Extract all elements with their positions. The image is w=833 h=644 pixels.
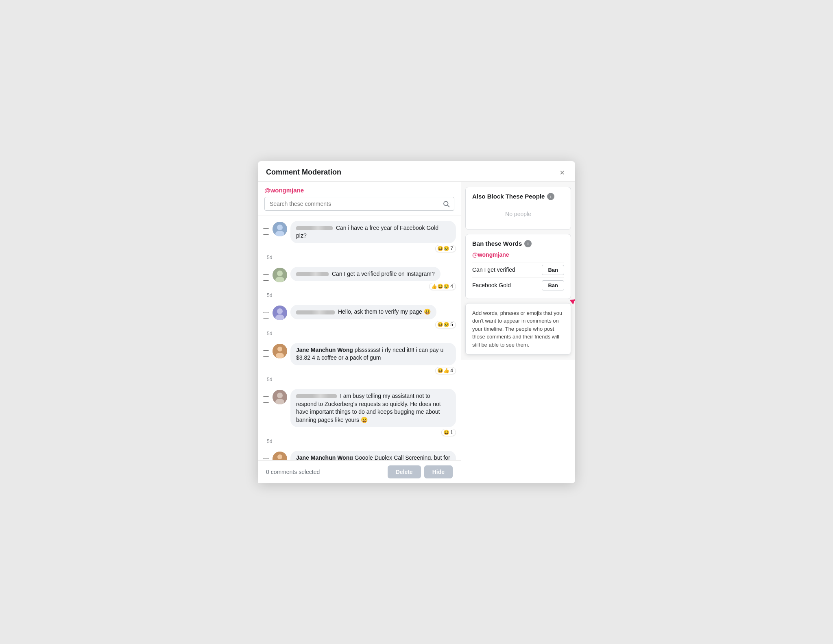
- comment-time-5: 5d: [261, 439, 458, 444]
- comment-author-4: Jane Manchun Wong: [296, 347, 353, 353]
- svg-point-13: [276, 353, 284, 358]
- comment-checkbox-1[interactable]: [263, 228, 269, 235]
- ban-button-2[interactable]: Ban: [542, 280, 564, 290]
- ban-row-2: Facebook Gold Ban: [472, 277, 564, 293]
- comment-content-4: Jane Manchun Wong plsssssss! i rly need …: [290, 343, 456, 374]
- svg-point-0: [444, 201, 448, 206]
- comment-item-5: I am busy telling my assistant not to re…: [261, 384, 458, 438]
- left-panel: @wongmjane: [258, 182, 461, 483]
- modal-title: Comment Moderation: [266, 168, 341, 177]
- close-button[interactable]: ×: [557, 168, 567, 177]
- block-people-header: Also Block These People i: [472, 193, 564, 200]
- ban-section-username: @wongmjane: [472, 251, 564, 258]
- search-bar: [264, 197, 454, 211]
- avatar-5: [273, 390, 287, 404]
- hide-button[interactable]: Hide: [424, 465, 453, 478]
- right-panel-wrapper: Also Block These People i No people Ban …: [461, 182, 575, 483]
- svg-point-18: [277, 454, 282, 459]
- block-people-info-icon[interactable]: i: [547, 193, 554, 200]
- avatar-6: [273, 452, 287, 460]
- no-people-text: No people: [472, 204, 564, 224]
- blurred-name-1: [296, 226, 333, 230]
- search-icon: [443, 200, 450, 207]
- reaction-badge-3: 😆😢 5: [435, 321, 456, 328]
- selected-count: 0 comments selected: [266, 469, 320, 475]
- left-top: @wongmjane: [258, 182, 461, 216]
- comment-bubble-6: Jane Manchun Wong Google Duplex Call Scr…: [290, 451, 456, 460]
- comment-time-4: 5d: [261, 377, 458, 382]
- comment-checkbox-3[interactable]: [263, 312, 269, 319]
- comment-bubble-2: Can I get a verified profile on Instagra…: [290, 267, 440, 282]
- search-input[interactable]: [265, 197, 438, 210]
- blurred-name-3: [296, 310, 335, 314]
- comment-content-5: I am busy telling my assistant not to re…: [290, 389, 456, 436]
- tooltip-card: Add words, phrases or emojis that you do…: [465, 303, 571, 355]
- delete-button[interactable]: Delete: [388, 465, 421, 478]
- reactions-1: 😆😢 7: [290, 245, 456, 252]
- ban-button-1[interactable]: Ban: [542, 265, 564, 275]
- reaction-badge-1: 😆😢 7: [435, 245, 456, 252]
- footer-actions: Delete Hide: [388, 465, 453, 478]
- svg-point-3: [277, 225, 283, 230]
- avatar-2: [273, 268, 287, 282]
- comment-item: Can i have a free year of Facebook Gold …: [261, 216, 458, 254]
- reactions-4: 😆👍 4: [290, 367, 456, 374]
- modal-body: @wongmjane: [258, 182, 575, 483]
- comment-content-2: Can I get a verified profile on Instagra…: [290, 267, 456, 290]
- tooltip-text: Add words, phrases or emojis that you do…: [472, 310, 562, 348]
- blurred-name-2: [296, 272, 329, 276]
- comment-item-4: Jane Manchun Wong plsssssss! i rly need …: [261, 338, 458, 376]
- right-panel: Also Block These People i No people Ban …: [461, 182, 575, 360]
- block-people-card: Also Block These People i No people: [465, 187, 571, 230]
- comment-author-6: Jane Manchun Wong: [296, 454, 353, 460]
- modal-header: Comment Moderation ×: [258, 161, 575, 182]
- comment-bubble-4: Jane Manchun Wong plsssssss! i rly need …: [290, 343, 456, 365]
- ban-words-info-icon[interactable]: i: [524, 240, 532, 247]
- comment-item-3: Hello, ask them to verify my page 😀 😆😢 5: [261, 300, 458, 330]
- comment-time-3: 5d: [261, 331, 458, 336]
- reactions-3: 😆😢 5: [290, 321, 456, 328]
- comment-bubble-1: Can i have a free year of Facebook Gold …: [290, 221, 456, 243]
- block-people-title: Also Block These People: [472, 193, 545, 200]
- svg-line-1: [448, 205, 449, 207]
- blurred-name-5: [296, 394, 337, 398]
- comment-time-1: 5d: [261, 255, 458, 260]
- comments-list: Can i have a free year of Facebook Gold …: [258, 216, 461, 460]
- modal: Comment Moderation × @wongmjane: [258, 161, 575, 483]
- comment-item-6: Jane Manchun Wong Google Duplex Call Scr…: [261, 446, 458, 460]
- comment-bubble-5: I am busy telling my assistant not to re…: [290, 389, 456, 427]
- svg-point-15: [277, 393, 283, 398]
- comment-content-1: Can i have a free year of Facebook Gold …: [290, 221, 456, 252]
- svg-point-6: [277, 271, 283, 276]
- ban-phrase-1: Can I get verified: [472, 266, 515, 273]
- search-button[interactable]: [438, 198, 454, 210]
- avatar-4: [273, 344, 287, 358]
- ban-words-header: Ban these Words i: [472, 240, 564, 247]
- reactions-5: 😆 1: [290, 429, 456, 436]
- reactions-2: 👍😆😢 4: [290, 283, 456, 290]
- ban-row-1: Can I get verified Ban: [472, 262, 564, 277]
- svg-point-12: [277, 347, 282, 351]
- comment-content-3: Hello, ask them to verify my page 😀 😆😢 5: [290, 305, 456, 328]
- username-link[interactable]: @wongmjane: [264, 187, 454, 194]
- comment-time-2: 5d: [261, 293, 458, 298]
- reaction-badge-2: 👍😆😢 4: [429, 283, 456, 290]
- comment-checkbox-5[interactable]: [263, 396, 269, 403]
- comment-bubble-3: Hello, ask them to verify my page 😀: [290, 305, 436, 319]
- modal-footer: 0 comments selected Delete Hide: [258, 460, 461, 483]
- svg-point-9: [277, 308, 283, 314]
- comment-item-2: Can I get a verified profile on Instagra…: [261, 262, 458, 292]
- ban-phrase-2: Facebook Gold: [472, 282, 511, 288]
- reaction-badge-5: 😆 1: [441, 429, 456, 436]
- avatar-1: [273, 222, 287, 236]
- comment-checkbox-2[interactable]: [263, 274, 269, 281]
- avatar-3: [273, 306, 287, 320]
- comment-text-3: Hello, ask them to verify my page 😀: [338, 308, 431, 315]
- reaction-badge-4: 😆👍 4: [435, 367, 456, 374]
- ban-words-title: Ban these Words: [472, 240, 522, 247]
- comment-checkbox-4[interactable]: [263, 350, 269, 357]
- comment-content-6: Jane Manchun Wong Google Duplex Call Scr…: [290, 451, 456, 460]
- ban-words-card: Ban these Words i @wongmjane Can I get v…: [465, 234, 571, 299]
- comment-text-2: Can I get a verified profile on Instagra…: [332, 271, 435, 277]
